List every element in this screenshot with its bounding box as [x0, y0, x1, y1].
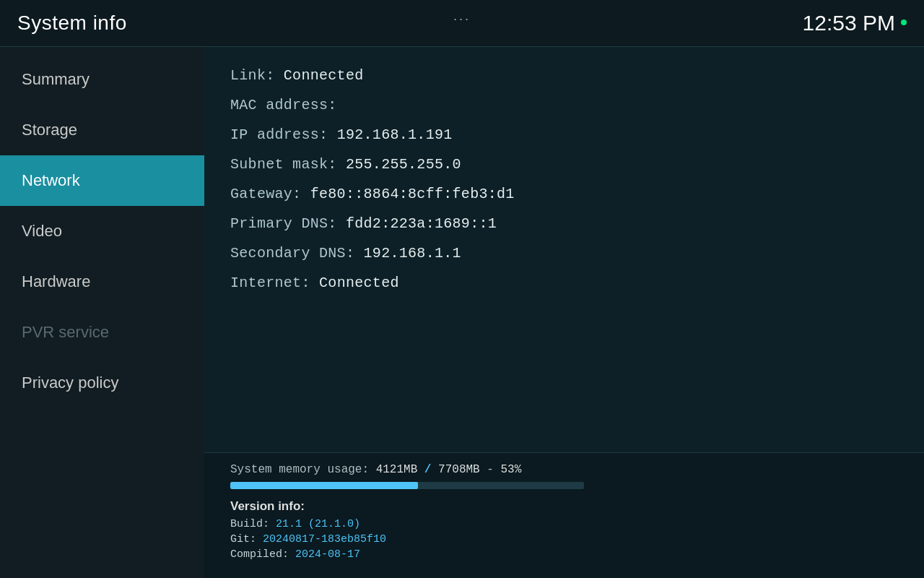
main-content: Link: Connected MAC address: IP address:… [204, 47, 924, 578]
memory-label: System memory usage: [230, 463, 376, 476]
sidebar: Summary Storage Network Video Hardware P… [0, 47, 204, 578]
internet-label: Internet: [230, 275, 319, 291]
compiled-row: Compiled: 2024-08-17 [230, 548, 898, 561]
build-row: Build: 21.1 (21.1.0) [230, 518, 898, 530]
internet-row: Internet: Connected [230, 275, 898, 291]
gateway-value: fe80::8864:8cff:feb3:d1 [310, 186, 515, 202]
build-label: Build: [230, 518, 269, 530]
network-info: Link: Connected MAC address: IP address:… [204, 47, 924, 452]
dns2-value: 192.168.1.1 [364, 245, 461, 262]
clock: 12:53 PM [803, 11, 907, 35]
sidebar-item-privacy[interactable]: Privacy policy [0, 358, 204, 408]
git-row: Git: 20240817-183eb85f10 [230, 533, 898, 545]
compiled-value: 2024-08-17 [295, 548, 360, 561]
dns1-row: Primary DNS: fdd2:223a:1689::1 [230, 215, 898, 232]
ip-label: IP address: [230, 126, 337, 143]
memory-used: 4121MB [376, 463, 418, 476]
memory-progress-fill [230, 482, 418, 489]
subnet-label: Subnet mask: [230, 156, 346, 173]
version-info-heading: Version info: [230, 499, 898, 514]
dns2-row: Secondary DNS: 192.168.1.1 [230, 245, 898, 262]
link-row: Link: Connected [230, 67, 898, 84]
dns1-value: fdd2:223a:1689::1 [346, 215, 497, 232]
sidebar-item-summary[interactable]: Summary [0, 54, 204, 105]
mac-label: MAC address: [230, 97, 337, 113]
compiled-label: Compiled: [230, 548, 289, 561]
memory-separator: / [424, 463, 432, 476]
dns2-label: Secondary DNS: [230, 245, 364, 262]
gateway-row: Gateway: fe80::8864:8cff:feb3:d1 [230, 186, 898, 202]
ip-row: IP address: 192.168.1.191 [230, 126, 898, 143]
git-label: Git: [230, 533, 256, 545]
header-right: 12:53 PM [803, 11, 907, 35]
layout: Summary Storage Network Video Hardware P… [0, 47, 924, 578]
sidebar-item-storage[interactable]: Storage [0, 105, 204, 155]
sidebar-item-hardware[interactable]: Hardware [0, 256, 204, 307]
footer: System memory usage: 4121MB / 7708MB - 5… [204, 452, 924, 578]
dns1-label: Primary DNS: [230, 215, 346, 232]
dots-menu[interactable]: ··· [453, 12, 471, 27]
app-title: System info [17, 12, 127, 35]
header: System info ··· 12:53 PM [0, 0, 924, 47]
subnet-row: Subnet mask: 255.255.255.0 [230, 156, 898, 173]
git-value: 20240817-183eb85f10 [263, 533, 386, 545]
link-value: Connected [284, 67, 364, 84]
link-label: Link: [230, 67, 284, 84]
sidebar-item-pvr: PVR service [0, 307, 204, 358]
mac-row: MAC address: [230, 97, 898, 113]
memory-total: 7708MB [438, 463, 480, 476]
ip-value: 192.168.1.191 [337, 126, 453, 143]
memory-percent: 53% [501, 463, 522, 476]
gateway-label: Gateway: [230, 186, 310, 202]
internet-value: Connected [319, 275, 399, 291]
memory-progress-bar [230, 482, 584, 489]
sidebar-item-video[interactable]: Video [0, 206, 204, 256]
memory-row: System memory usage: 4121MB / 7708MB - 5… [230, 463, 898, 476]
subnet-value: 255.255.255.0 [346, 156, 461, 173]
clock-indicator [901, 20, 907, 25]
sidebar-item-network[interactable]: Network [0, 155, 204, 206]
build-value: 21.1 (21.1.0) [276, 518, 360, 530]
